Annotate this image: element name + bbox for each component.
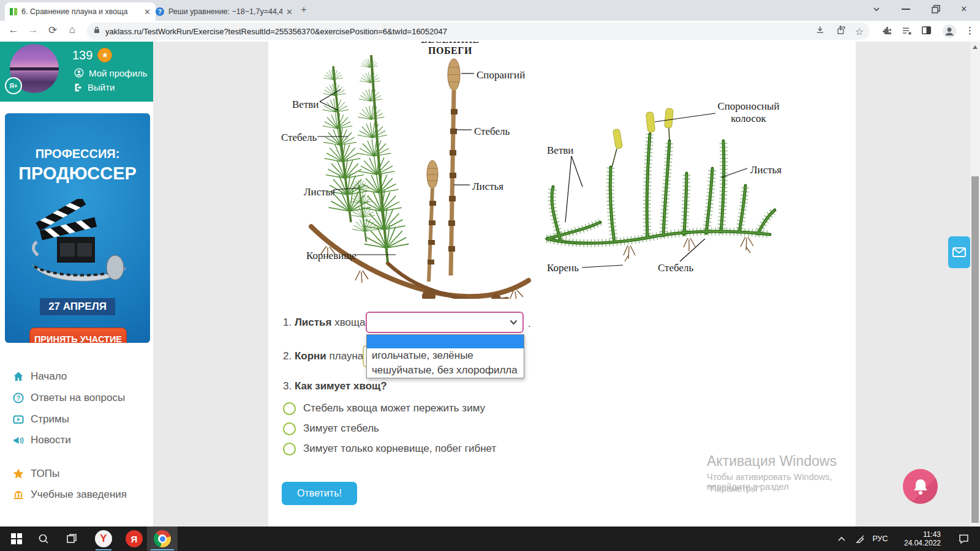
profile-avatar-icon[interactable] — [942, 24, 957, 41]
points-row: 139 ★ — [72, 48, 112, 62]
logout-icon — [74, 83, 83, 92]
home-icon[interactable]: ⌂ — [65, 24, 80, 36]
radio-circle[interactable] — [283, 402, 296, 415]
points-value: 139 — [72, 48, 92, 62]
taskbar-search-icon[interactable] — [34, 527, 53, 551]
svg-text:?: ? — [17, 395, 20, 402]
reload-icon[interactable]: ⟳ — [45, 24, 60, 37]
ad-date: 27 АПРЕЛЯ — [40, 298, 115, 315]
avatar-badge: Я+ — [5, 77, 22, 94]
question-favicon: ? — [156, 7, 164, 16]
ad-banner[interactable]: ПРОФЕССИЯ: ПРОДЮССЕР 27 АПРЕЛЯ ПРИНЯТЬ У… — [5, 113, 150, 343]
language-indicator[interactable]: РУС — [870, 527, 891, 551]
close-window-button[interactable]: × — [961, 4, 967, 15]
sidebar-item-tops[interactable]: ТОПы — [0, 463, 153, 484]
tab-title: 6. Сравнение плауна и хвоща — [21, 7, 140, 16]
address-bar[interactable]: yaklass.ru/TestWorkRun/Exercise?testResu… — [87, 23, 870, 40]
minimize-button[interactable] — [902, 9, 910, 10]
restore-button[interactable] — [932, 5, 940, 16]
submit-button[interactable]: Ответить! — [282, 482, 357, 505]
clock[interactable]: 11:43 24.04.2022 — [895, 527, 949, 551]
sidebar-item-answers[interactable]: ? Ответы на вопросы — [0, 388, 153, 408]
notification-bell-button[interactable] — [903, 469, 938, 504]
start-button[interactable] — [7, 527, 26, 551]
question-2-text: 2. Корни плауна — [283, 350, 363, 362]
page-gutter — [153, 42, 268, 527]
label-sporangium: Спорангий — [477, 69, 525, 81]
radio-option-1[interactable]: Стебель хвоща может пережить зиму — [283, 400, 485, 416]
dropdown-option-empty[interactable] — [367, 335, 524, 348]
points-star-icon: ★ — [97, 48, 112, 62]
side-panel-icon[interactable] — [921, 26, 932, 37]
scrollbar[interactable] — [970, 42, 980, 527]
reading-list-icon[interactable] — [902, 26, 912, 39]
kebab-menu-icon[interactable]: ⋮ — [965, 25, 974, 36]
radio-option-3[interactable]: Зимует только корневище, побег гибнет — [283, 441, 496, 457]
profile-block: Я+ 139 ★ Мой профиль Выйти — [0, 42, 153, 102]
label-stem-left: Стебель — [281, 132, 317, 144]
tab-equation[interactable]: ? Реши уравнение: −18−1,7y=44,4 ✕ — [151, 2, 298, 21]
feedback-envelope-widget[interactable] — [948, 236, 970, 268]
q1-dropdown-panel: игольчатые, зелёные чешуйчатые, без хлор… — [366, 334, 524, 378]
extensions-puzzle-icon[interactable] — [882, 26, 892, 39]
activation-watermark-line2: "Параметры". — [707, 484, 763, 493]
bookmark-star-icon[interactable]: ☆ — [855, 26, 864, 37]
person-icon — [74, 67, 85, 78]
label-stem-right: Стебель — [474, 126, 510, 138]
logout-link[interactable]: Выйти — [74, 82, 115, 92]
sidebar-item-home[interactable]: Начало — [0, 366, 153, 387]
tab-search-chevron-icon[interactable] — [872, 5, 881, 16]
tab-biology[interactable]: 6. Сравнение плауна и хвоща ✕ — [5, 2, 156, 21]
time: 11:43 — [923, 530, 941, 539]
install-icon[interactable] — [815, 25, 825, 37]
taskbar: Y Я РУС 11:43 24.04.2022 — [0, 527, 980, 551]
scroll-up-arrow[interactable] — [973, 45, 978, 49]
horsetail-title: ВЕСЕННИЕ ПОБЕГИ — [410, 42, 490, 56]
tab-title: Реши уравнение: −18−1,7y=44,4 — [168, 7, 282, 16]
bell-icon — [913, 478, 929, 495]
activation-watermark-title: Активация Windows — [707, 453, 837, 470]
q1-period: . — [528, 318, 531, 330]
sidebar-item-streams[interactable]: Стримы — [0, 409, 153, 430]
sidebar-item-news[interactable]: Новости — [0, 430, 153, 451]
chevron-down-icon — [510, 320, 518, 325]
pen-tray-icon[interactable] — [853, 527, 867, 551]
sidebar-item-label: Стримы — [31, 413, 69, 425]
radio-circle[interactable] — [283, 443, 296, 455]
dropdown-option-scale[interactable]: чешуйчатые, без хлорофилла — [367, 363, 524, 378]
page-right-gutter — [856, 42, 970, 527]
yandex-icon[interactable]: Я — [124, 527, 145, 551]
label-rhizome: Корневище — [306, 250, 356, 262]
my-profile-link[interactable]: Мой профиль — [74, 67, 148, 78]
sidebar-item-label: Начало — [31, 370, 67, 383]
tray-chevron-icon[interactable] — [834, 527, 849, 551]
task-view-icon[interactable] — [62, 527, 81, 551]
chrome-active-slot[interactable] — [147, 527, 178, 551]
radio-option-2[interactable]: Зимует стебель — [283, 421, 379, 437]
forward-icon[interactable]: → — [26, 24, 40, 36]
sidebar: Я+ 139 ★ Мой профиль Выйти ПРОФЕССИЯ: ПР… — [0, 42, 153, 527]
sidebar-item-label: Учебные заведения — [31, 489, 127, 501]
running-indicator — [96, 549, 111, 550]
sidebar-item-label: ТОПы — [31, 468, 59, 480]
tab-close-icon[interactable]: ✕ — [144, 7, 151, 17]
label-spore-cone: Спороносный колосок — [713, 100, 784, 125]
sidebar-item-schools[interactable]: Учебные заведения — [0, 484, 153, 505]
radio-circle[interactable] — [283, 422, 296, 435]
new-tab-button[interactable]: + — [296, 4, 311, 17]
running-indicator — [151, 549, 174, 550]
home-icon — [12, 370, 24, 383]
label-leaves-left: Листья — [304, 186, 335, 198]
q1-select[interactable] — [366, 312, 524, 333]
yandex-browser-icon[interactable]: Y — [93, 527, 114, 551]
share-icon[interactable] — [836, 25, 846, 37]
tab-close-icon[interactable]: ✕ — [286, 7, 293, 17]
ad-cta-button[interactable]: ПРИНЯТЬ УЧАСТИЕ — [29, 328, 127, 343]
ad-line2: ПРОДЮССЕР — [5, 163, 150, 184]
label-cm-leaves: Листья — [750, 164, 782, 176]
label-cm-stem: Стебель — [658, 262, 693, 274]
back-icon[interactable]: ← — [6, 24, 21, 36]
scrollbar-thumb[interactable] — [971, 176, 979, 523]
dropdown-option-needle[interactable]: игольчатые, зелёные — [367, 348, 524, 363]
action-center-icon[interactable] — [954, 527, 973, 551]
